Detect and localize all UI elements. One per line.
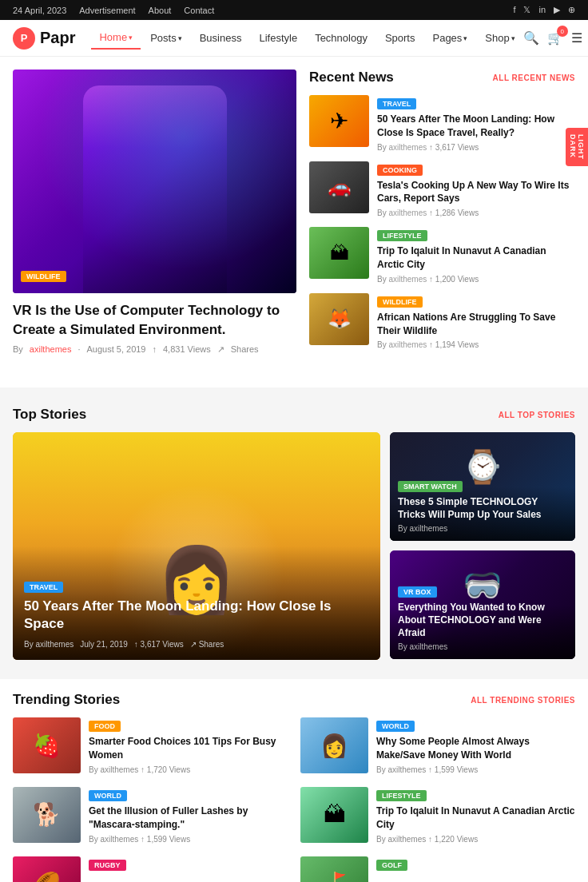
trending-tag-3[interactable]: LIFESTYLE xyxy=(376,790,427,801)
hero-section: WILDLIFE VR Is the Use of Computer Techn… xyxy=(13,70,296,359)
logo[interactable]: P Papr xyxy=(13,27,75,50)
hero-date: August 5, 2019 xyxy=(86,344,145,354)
news-item-3: 🦊 WILDLIFE African Nations Are Strugglin… xyxy=(309,293,575,350)
main-story-tag: TRAVEL xyxy=(24,582,63,593)
news-meta-3: By axilthemes ↑ 1,194 Views xyxy=(377,340,575,349)
hero-author[interactable]: axilthemes xyxy=(30,344,72,354)
news-thumb-2: 🏔 xyxy=(309,227,369,279)
linkedin-icon[interactable]: in xyxy=(538,5,546,15)
news-item-1: 🚗 COOKING Tesla's Cooking Up A New Way T… xyxy=(309,161,575,218)
hero-views-icon: ↑ xyxy=(153,344,157,354)
trending-thumb-3: 🏔 xyxy=(300,787,368,843)
side-story-1[interactable]: 🥽 VR BOX Everything You Wanted to Know A… xyxy=(390,550,575,659)
trending-see-all[interactable]: ALL TRENDING STORIES xyxy=(471,696,575,705)
menu-icon[interactable]: ☰ xyxy=(571,30,582,46)
divider-1 xyxy=(0,387,588,394)
nav-business[interactable]: Business xyxy=(192,27,250,49)
hero-meta: By axilthemes · August 5, 2019 ↑ 4,831 V… xyxy=(13,344,296,355)
recent-news-see-all[interactable]: ALL RECENT NEWS xyxy=(493,74,575,82)
trending-title-1[interactable]: Why Some People Almost Always Make/Save … xyxy=(376,735,575,762)
youtube-icon[interactable]: ▶ xyxy=(554,5,560,15)
top-stories-title: Top Stories xyxy=(13,407,86,423)
news-tag-1[interactable]: COOKING xyxy=(377,165,423,176)
recent-news-header: Recent News ALL RECENT NEWS xyxy=(309,70,575,85)
light-dark-toggle[interactable]: LIGHT DARK xyxy=(566,128,588,166)
trending-section: Trending Stories ALL TRENDING STORIES 🍓 … xyxy=(0,679,588,882)
main-story[interactable]: 👩 TRAVEL 50 Years After The Moon Landing… xyxy=(13,432,380,660)
hero-views: 4,831 Views xyxy=(163,344,211,354)
logo-icon: P xyxy=(13,27,35,50)
nav-posts[interactable]: Posts▾ xyxy=(142,27,190,49)
trending-info-4: RUGBY xyxy=(89,856,288,874)
trending-meta-3: By axilthemes ↑ 1,220 Views xyxy=(376,835,575,844)
side-story-1-title: Everything You Wanted to Know About TECH… xyxy=(398,601,567,640)
cart-icon[interactable]: 🛒0 xyxy=(547,30,563,46)
hero-image: WILDLIFE xyxy=(13,70,296,293)
news-info-0: TRAVEL 50 Years After The Moon Landing: … xyxy=(377,95,575,152)
side-story-0-overlay: SMART WATCH These 5 Simple TECHNOLOGY Tr… xyxy=(390,470,575,541)
news-title-0[interactable]: 50 Years After The Moon Landing: How Clo… xyxy=(377,113,575,140)
trending-tag-4[interactable]: RUGBY xyxy=(89,860,126,871)
date: 24 April, 2023 xyxy=(13,6,66,15)
nav-home[interactable]: Home▾ xyxy=(91,26,141,50)
side-story-0[interactable]: ⌚ SMART WATCH These 5 Simple TECHNOLOGY … xyxy=(390,432,575,541)
trending-info-0: FOOD Smarter Food Choices 101 Tips For B… xyxy=(89,717,288,774)
advertisement-link[interactable]: Advertisement xyxy=(79,6,135,15)
news-tag-3[interactable]: WILDLIFE xyxy=(377,296,423,308)
trending-grid: 🍓 FOOD Smarter Food Choices 101 Tips For… xyxy=(13,717,575,843)
trending-meta-1: By axilthemes ↑ 1,599 Views xyxy=(376,765,575,774)
about-link[interactable]: About xyxy=(149,6,172,15)
nav-shop[interactable]: Shop▾ xyxy=(477,27,522,49)
side-story-1-meta: By axilthemes xyxy=(398,642,567,651)
trending-meta-2: By axilthemes ↑ 1,599 Views xyxy=(89,835,288,844)
main-content: WILDLIFE VR Is the Use of Computer Techn… xyxy=(0,57,588,387)
trending-thumb-2: 🐕 xyxy=(13,787,81,843)
contact-link[interactable]: Contact xyxy=(184,6,214,15)
stories-grid: 👩 TRAVEL 50 Years After The Moon Landing… xyxy=(13,432,575,660)
news-title-3[interactable]: African Nations Are Struggling To Save T… xyxy=(377,311,575,338)
facebook-icon[interactable]: f xyxy=(513,5,515,15)
logo-letter: P xyxy=(21,32,28,44)
social-icons: f 𝕏 in ▶ ⊕ xyxy=(513,5,575,15)
nav-lifestyle[interactable]: Lifestyle xyxy=(251,27,305,49)
news-meta-1: By axilthemes ↑ 1,286 Views xyxy=(377,209,575,217)
trending-title-0[interactable]: Smarter Food Choices 101 Tips For Busy W… xyxy=(89,735,288,762)
nav-pages[interactable]: Pages▾ xyxy=(424,27,475,49)
trending-item-2: 🐕 WORLD Get the Illusion of Fuller Lashe… xyxy=(13,787,288,844)
trending-tag-1[interactable]: WORLD xyxy=(376,721,415,732)
news-thumb-0: ✈ xyxy=(309,95,369,147)
twitter-icon[interactable]: 𝕏 xyxy=(523,5,530,15)
trending-thumb-0: 🍓 xyxy=(13,717,81,773)
trending-info-5: GOLF xyxy=(376,856,575,874)
trending-item-3: 🏔 LIFESTYLE Trip To Iqaluit In Nunavut A… xyxy=(300,787,575,844)
news-tag-2[interactable]: LIFESTYLE xyxy=(377,230,427,241)
side-story-1-overlay: VR BOX Everything You Wanted to Know Abo… xyxy=(390,575,575,660)
trending-info-3: LIFESTYLE Trip To Iqaluit In Nunavut A C… xyxy=(376,787,575,844)
trending-tag-2[interactable]: WORLD xyxy=(89,790,127,801)
trending-title-3[interactable]: Trip To Iqaluit In Nunavut A Canadian Ar… xyxy=(376,805,575,832)
search-icon[interactable]: 🔍 xyxy=(523,30,539,46)
news-title-1[interactable]: Tesla's Cooking Up A New Way To Wire Its… xyxy=(377,179,575,206)
nav-sports[interactable]: Sports xyxy=(377,27,423,49)
news-info-2: LIFESTYLE Trip To Iqaluit In Nunavut A C… xyxy=(377,227,575,284)
pinterest-icon[interactable]: ⊕ xyxy=(568,5,575,15)
recent-news-section: Recent News ALL RECENT NEWS ✈ TRAVEL 50 … xyxy=(309,70,575,359)
news-title-2[interactable]: Trip To Iqaluit In Nunavut A Canadian Ar… xyxy=(377,244,575,272)
nav-items: Home▾ Posts▾ Business Lifestyle Technolo… xyxy=(91,26,522,50)
divider-2 xyxy=(0,673,588,679)
trending-tag-0[interactable]: FOOD xyxy=(89,721,121,732)
hero-category: WILDLIFE xyxy=(21,271,66,282)
top-stories-header: Top Stories ALL TOP STORIES xyxy=(13,407,575,423)
hero-headline: VR Is the Use of Computer Technology to … xyxy=(13,301,296,340)
hero-share-icon[interactable]: ↗ xyxy=(217,344,224,355)
trending-title-2[interactable]: Get the Illusion of Fuller Lashes by "Ma… xyxy=(89,805,288,832)
nav-technology[interactable]: Technology xyxy=(307,27,375,49)
recent-news-title: Recent News xyxy=(309,70,394,85)
trending-tag-5[interactable]: GOLF xyxy=(376,860,407,871)
news-meta-0: By axilthemes ↑ 3,617 Views xyxy=(377,143,575,152)
hero-shares: Shares xyxy=(231,344,259,354)
top-stories-see-all[interactable]: ALL TOP STORIES xyxy=(499,411,575,419)
news-tag-0[interactable]: TRAVEL xyxy=(377,98,416,109)
trending-item-1: 👩 WORLD Why Some People Almost Always Ma… xyxy=(300,717,575,774)
trending-thumb-1: 👩 xyxy=(300,717,368,773)
